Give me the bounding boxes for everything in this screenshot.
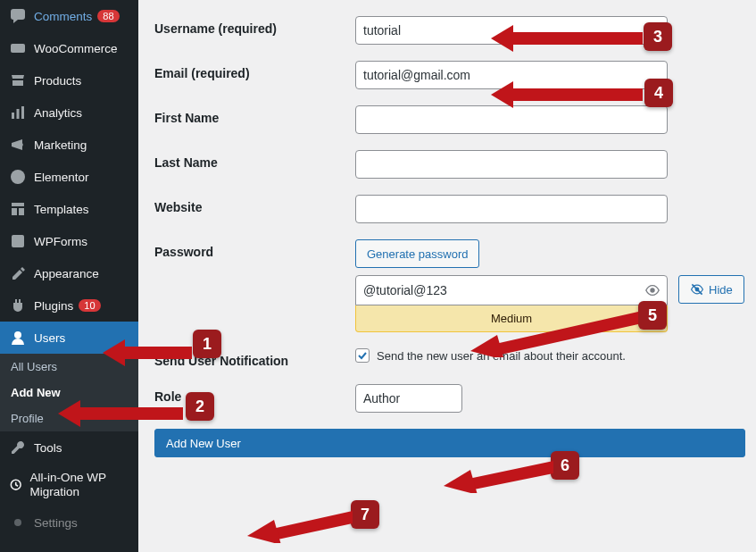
password-label: Password xyxy=(154,239,355,259)
submenu-profile[interactable]: Profile xyxy=(0,406,138,431)
plugins-icon xyxy=(9,297,27,314)
sidebar-item-label: Tools xyxy=(34,441,62,455)
svg-rect-3 xyxy=(21,106,24,119)
sidebar-item-label: WPForms xyxy=(34,235,87,248)
svg-rect-1 xyxy=(12,113,14,119)
sidebar-item-products[interactable]: Products xyxy=(0,64,138,96)
elementor-icon xyxy=(9,168,27,186)
sidebar-item-appearance[interactable]: Appearance xyxy=(0,257,138,289)
generate-password-button[interactable]: Generate password xyxy=(355,239,479,268)
sidebar-item-label: Comments xyxy=(34,10,92,23)
sidebar-item-wpforms[interactable]: WPForms xyxy=(0,225,138,257)
eye-slash-icon xyxy=(690,282,704,297)
first-name-label: First Name xyxy=(154,105,355,125)
visibility-icon xyxy=(644,282,660,298)
comments-icon xyxy=(9,7,27,25)
users-submenu: All Users Add New Profile xyxy=(0,354,138,431)
website-input[interactable] xyxy=(355,195,668,223)
svg-rect-8 xyxy=(12,235,24,247)
sidebar-item-woocommerce[interactable]: WooCommerce xyxy=(0,32,138,64)
notification-label: Send User Notification xyxy=(154,348,355,368)
role-label: Role xyxy=(154,384,355,404)
annotation-3: 3 xyxy=(644,22,672,51)
annotation-2: 2 xyxy=(186,392,214,421)
annotation-5: 5 xyxy=(638,301,667,330)
svg-rect-0 xyxy=(11,44,25,53)
wpforms-icon xyxy=(9,232,27,250)
annotation-1: 1 xyxy=(193,330,221,358)
products-icon xyxy=(9,71,27,89)
annotation-6: 6 xyxy=(551,451,579,480)
svg-point-11 xyxy=(650,288,654,292)
analytics-icon xyxy=(9,104,27,121)
appearance-icon xyxy=(9,264,27,282)
sidebar-item-comments[interactable]: Comments 88 xyxy=(0,0,138,32)
sidebar-item-label: Plugins xyxy=(34,299,73,313)
sidebar-item-settings[interactable]: Settings xyxy=(0,506,138,539)
last-name-label: Last Name xyxy=(154,150,355,170)
templates-icon xyxy=(9,200,27,218)
notification-text: Send the new user an email about their a… xyxy=(377,349,626,363)
website-label: Website xyxy=(154,195,355,214)
sidebar-item-label: All-in-One WP Migration xyxy=(29,471,129,499)
password-strength: Medium xyxy=(355,305,668,332)
users-icon xyxy=(9,329,27,347)
comments-badge: 88 xyxy=(97,10,119,22)
hide-password-button[interactable]: Hide xyxy=(678,275,744,304)
username-input[interactable] xyxy=(355,16,668,45)
add-new-user-button[interactable]: Add New User xyxy=(154,429,745,457)
woo-icon xyxy=(9,39,27,57)
sidebar-item-label: Marketing xyxy=(34,138,87,152)
sidebar-item-marketing[interactable]: Marketing xyxy=(0,129,138,161)
marketing-icon xyxy=(9,136,27,154)
sidebar-item-label: WooCommerce xyxy=(34,42,118,55)
role-select[interactable] xyxy=(355,384,462,413)
sidebar-item-plugins[interactable]: Plugins 10 xyxy=(0,289,138,322)
sidebar-item-label: Settings xyxy=(34,516,78,530)
first-name-input[interactable] xyxy=(355,105,668,134)
settings-icon xyxy=(9,514,27,531)
plugins-badge: 10 xyxy=(79,299,100,312)
sidebar-item-label: Products xyxy=(34,74,81,88)
username-label: Username (required) xyxy=(154,16,355,36)
submenu-all-users[interactable]: All Users xyxy=(0,354,138,380)
svg-rect-7 xyxy=(19,208,24,215)
email-label: Email (required) xyxy=(154,61,355,80)
svg-rect-5 xyxy=(12,203,24,206)
sidebar-item-label: Templates xyxy=(34,203,89,216)
sidebar-item-tools[interactable]: Tools xyxy=(0,431,138,464)
tools-icon xyxy=(9,439,27,456)
last-name-input[interactable] xyxy=(355,150,668,179)
admin-sidebar: Comments 88 WooCommerce Products Analyti… xyxy=(0,0,138,552)
email-input[interactable] xyxy=(355,61,668,89)
svg-point-9 xyxy=(14,331,21,339)
submenu-add-new[interactable]: Add New xyxy=(0,380,138,406)
sidebar-item-label: Analytics xyxy=(34,106,82,120)
sidebar-item-users[interactable]: Users xyxy=(0,322,138,354)
sidebar-item-migration[interactable]: All-in-One WP Migration xyxy=(0,464,138,506)
svg-rect-6 xyxy=(12,208,17,215)
annotation-4: 4 xyxy=(644,79,673,107)
password-input[interactable] xyxy=(355,275,668,305)
sidebar-item-label: Appearance xyxy=(34,267,99,280)
annotation-7: 7 xyxy=(351,500,379,529)
sidebar-item-elementor[interactable]: Elementor xyxy=(0,161,138,193)
migration-icon xyxy=(9,476,22,494)
svg-rect-2 xyxy=(17,109,20,119)
svg-point-4 xyxy=(11,170,25,184)
notification-checkbox[interactable] xyxy=(355,348,370,363)
sidebar-item-label: Users xyxy=(34,331,65,345)
sidebar-item-analytics[interactable]: Analytics xyxy=(0,96,138,129)
hide-label: Hide xyxy=(709,283,733,297)
sidebar-item-templates[interactable]: Templates xyxy=(0,193,138,225)
sidebar-item-label: Elementor xyxy=(34,171,89,184)
